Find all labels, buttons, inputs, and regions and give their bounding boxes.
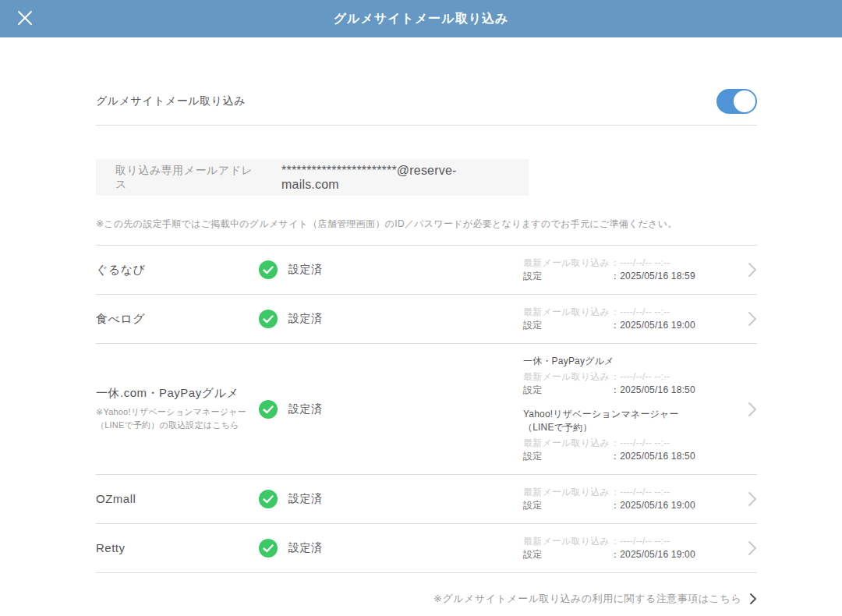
setting-line: 設定 ：2025/05/16 18:50 bbox=[523, 450, 704, 463]
site-name: Retty bbox=[96, 541, 126, 554]
chevron-right-icon[interactable] bbox=[748, 540, 757, 556]
chevron-right-icon[interactable] bbox=[748, 311, 757, 327]
setting-label: 設定 bbox=[523, 548, 610, 561]
status-col: 設定済 bbox=[259, 539, 523, 558]
latest-import-line: 最新メール取り込み ：----/--/-- --:-- bbox=[523, 437, 704, 450]
site-name-col: ぐるなび bbox=[96, 263, 259, 278]
setting-line: 設定 ：2025/05/16 19:00 bbox=[523, 319, 704, 332]
import-email-box: 取り込み専用メールアドレス ***********************@re… bbox=[96, 159, 529, 196]
status-badge: 設定済 bbox=[288, 541, 323, 555]
import-info-heading: Yahoo!リザベーションマネージャー（LINEで予約） bbox=[523, 408, 704, 434]
chevron-col bbox=[741, 262, 757, 278]
status-badge: 設定済 bbox=[288, 492, 323, 506]
chevron-col bbox=[741, 540, 757, 556]
latest-import-line: 最新メール取り込み ：----/--/-- --:-- bbox=[523, 306, 704, 319]
status-col: 設定済 bbox=[259, 400, 523, 419]
import-email-label: 取り込み専用メールアドレス bbox=[115, 164, 261, 192]
setting-value: ：2025/05/16 19:00 bbox=[610, 548, 695, 561]
terms-notice-link[interactable]: ※グルメサイトメール取り込みの利用に関する注意事項はこちら bbox=[433, 592, 741, 606]
import-info-heading: 一休・PayPayグルメ bbox=[523, 355, 704, 368]
site-name: 一休.com・PayPayグルメ bbox=[96, 386, 239, 399]
chevron-col bbox=[741, 402, 757, 417]
site-name-col: 食べログ bbox=[96, 312, 259, 327]
check-circle-icon bbox=[259, 400, 278, 419]
status-col: 設定済 bbox=[259, 260, 523, 279]
import-info-col: 最新メール取り込み ：----/--/-- --:-- 設定 ：2025/05/… bbox=[523, 257, 704, 283]
setting-label: 設定 bbox=[523, 270, 610, 283]
import-toggle-label: グルメサイトメール取り込み bbox=[96, 94, 246, 108]
preparation-note: ※この先の設定手順ではご掲載中のグルメサイト（店舗管理画面）のID／パスワードが… bbox=[96, 218, 757, 231]
latest-import-label: 最新メール取り込み bbox=[523, 370, 610, 384]
main-content: グルメサイトメール取り込み 取り込み専用メールアドレス ************… bbox=[96, 89, 757, 606]
site-row-ozmall[interactable]: OZmall 設定済 最新メール取り込み ：----/--/-- --:-- 設… bbox=[96, 475, 757, 524]
setting-label: 設定 bbox=[523, 319, 610, 332]
site-name-col: 一休.com・PayPayグルメ ※Yahoo!リザベーションマネージャー （L… bbox=[96, 386, 259, 432]
setting-value: ：2025/05/16 18:59 bbox=[610, 270, 695, 283]
site-name-col: OZmall bbox=[96, 492, 259, 506]
latest-import-line: 最新メール取り込み ：----/--/-- --:-- bbox=[523, 370, 704, 384]
setting-value: ：2025/05/16 18:50 bbox=[610, 450, 695, 463]
import-info-col: 最新メール取り込み ：----/--/-- --:-- 設定 ：2025/05/… bbox=[523, 535, 704, 561]
latest-import-value: ：----/--/-- --:-- bbox=[610, 257, 670, 270]
latest-import-label: 最新メール取り込み bbox=[523, 257, 610, 270]
check-circle-icon bbox=[259, 310, 278, 328]
site-name-col: Retty bbox=[96, 541, 259, 555]
site-name: 食べログ bbox=[96, 312, 145, 325]
latest-import-label: 最新メール取り込み bbox=[523, 306, 610, 319]
note-line: （LINEで予約）の取込設定はこちら bbox=[96, 420, 239, 430]
latest-import-label: 最新メール取り込み bbox=[523, 437, 610, 450]
latest-import-value: ：----/--/-- --:-- bbox=[610, 370, 670, 384]
site-name: ぐるなび bbox=[96, 263, 145, 276]
chevron-right-icon[interactable] bbox=[749, 593, 757, 605]
setting-line: 設定 ：2025/05/16 19:00 bbox=[523, 548, 704, 561]
latest-import-value: ：----/--/-- --:-- bbox=[610, 535, 670, 548]
status-col: 設定済 bbox=[259, 310, 523, 328]
site-row-tabelog[interactable]: 食べログ 設定済 最新メール取り込み ：----/--/-- --:-- 設定 … bbox=[96, 295, 757, 344]
import-info-col: 一休・PayPayグルメ 最新メール取り込み ：----/--/-- --:--… bbox=[523, 355, 704, 463]
check-circle-icon bbox=[259, 539, 278, 558]
note-line: ※Yahoo!リザベーションマネージャー bbox=[96, 407, 246, 416]
status-badge: 設定済 bbox=[288, 263, 323, 277]
import-toggle-switch[interactable] bbox=[716, 89, 757, 114]
status-badge: 設定済 bbox=[288, 402, 323, 416]
setting-value: ：2025/05/16 18:50 bbox=[610, 384, 695, 397]
latest-import-line: 最新メール取り込み ：----/--/-- --:-- bbox=[523, 535, 704, 548]
close-button[interactable] bbox=[14, 8, 36, 30]
latest-import-line: 最新メール取り込み ：----/--/-- --:-- bbox=[523, 257, 704, 270]
chevron-right-icon[interactable] bbox=[748, 262, 757, 278]
chevron-right-icon[interactable] bbox=[748, 491, 757, 507]
latest-import-value: ：----/--/-- --:-- bbox=[610, 486, 670, 499]
chevron-right-icon[interactable] bbox=[748, 402, 757, 417]
latest-import-label: 最新メール取り込み bbox=[523, 535, 610, 548]
modal-header: グルメサイトメール取り込み bbox=[0, 0, 842, 37]
toggle-knob bbox=[734, 90, 755, 112]
page-title: グルメサイトメール取り込み bbox=[334, 11, 509, 27]
yahoo-reservation-note-link[interactable]: ※Yahoo!リザベーションマネージャー （LINEで予約）の取込設定はこちら bbox=[96, 405, 259, 432]
import-toggle-row: グルメサイトメール取り込み bbox=[96, 89, 757, 114]
chevron-col bbox=[741, 311, 757, 327]
import-info-col: 最新メール取り込み ：----/--/-- --:-- 設定 ：2025/05/… bbox=[523, 306, 704, 332]
chevron-col bbox=[741, 491, 757, 507]
site-row-ikyu-paypay[interactable]: 一休.com・PayPayグルメ ※Yahoo!リザベーションマネージャー （L… bbox=[96, 344, 757, 475]
setting-label: 設定 bbox=[523, 450, 610, 463]
site-row-gurunavi[interactable]: ぐるなび 設定済 最新メール取り込み ：----/--/-- --:-- 設定 … bbox=[96, 246, 757, 295]
latest-import-line: 最新メール取り込み ：----/--/-- --:-- bbox=[523, 486, 704, 499]
close-icon bbox=[16, 9, 34, 29]
setting-label: 設定 bbox=[523, 384, 610, 397]
setting-line: 設定 ：2025/05/16 19:00 bbox=[523, 499, 704, 512]
setting-value: ：2025/05/16 19:00 bbox=[610, 319, 695, 332]
footer-link-row: ※グルメサイトメール取り込みの利用に関する注意事項はこちら bbox=[96, 592, 757, 606]
setting-line: 設定 ：2025/05/16 18:59 bbox=[523, 270, 704, 283]
check-circle-icon bbox=[259, 260, 278, 279]
status-badge: 設定済 bbox=[288, 312, 323, 326]
latest-import-value: ：----/--/-- --:-- bbox=[610, 306, 670, 319]
import-info-col: 最新メール取り込み ：----/--/-- --:-- 設定 ：2025/05/… bbox=[523, 486, 704, 512]
site-name: OZmall bbox=[96, 492, 136, 505]
setting-value: ：2025/05/16 19:00 bbox=[610, 499, 695, 512]
import-email-value: ***********************@reserve-mails.co… bbox=[281, 164, 509, 192]
setting-line: 設定 ：2025/05/16 18:50 bbox=[523, 384, 704, 397]
gourmet-site-list: ぐるなび 設定済 最新メール取り込み ：----/--/-- --:-- 設定 … bbox=[96, 245, 757, 573]
latest-import-value: ：----/--/-- --:-- bbox=[610, 437, 670, 450]
divider bbox=[96, 125, 757, 126]
site-row-retty[interactable]: Retty 設定済 最新メール取り込み ：----/--/-- --:-- 設定… bbox=[96, 524, 757, 573]
